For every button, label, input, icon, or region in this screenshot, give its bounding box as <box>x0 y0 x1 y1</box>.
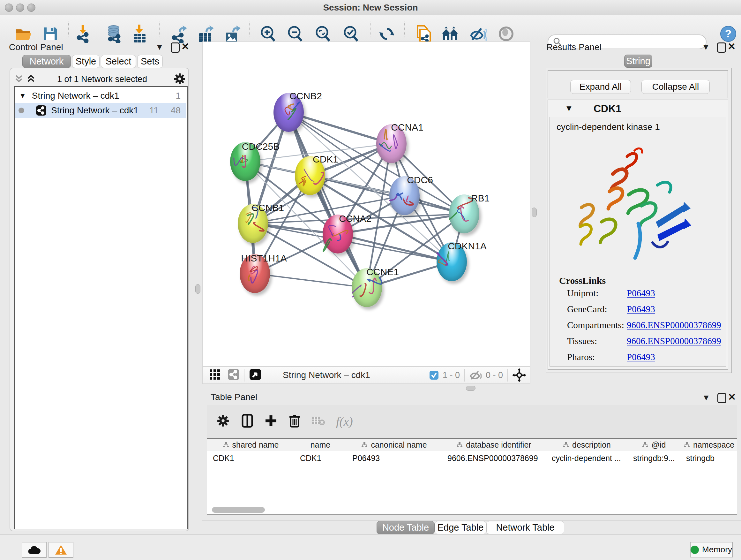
network-canvas[interactable]: CCNB2CCNA1CDC25BCDK1CDC6RB1CCNB1CCNA2CDK… <box>202 42 530 367</box>
collapse-all-button[interactable]: Collapse All <box>642 80 710 94</box>
column-header-canonical-name[interactable]: canonical name <box>347 439 442 451</box>
clone-network-button[interactable] <box>414 24 433 44</box>
hidden-eye-icon[interactable] <box>469 370 482 381</box>
node-table[interactable]: shared namenamecanonical namedatabase id… <box>207 438 737 515</box>
table-cell[interactable]: CDK1 <box>207 452 294 464</box>
table-horizontal-scrollbar[interactable] <box>212 507 265 513</box>
network-grid-view-button[interactable] <box>209 369 220 381</box>
tab-select[interactable]: Select <box>101 55 136 68</box>
control-panel-float-icon[interactable] <box>171 43 180 53</box>
crosshair-icon[interactable] <box>512 368 526 382</box>
section-collapse-caret-icon[interactable]: ▼ <box>565 104 573 113</box>
crosslink-row: Compartments:9606.ENSP00000378699 <box>567 320 724 330</box>
delete-column-button[interactable] <box>289 414 300 429</box>
zoom-out-button[interactable] <box>286 24 305 44</box>
network-collection-row[interactable]: ▼ String Network – cdk1 1 <box>15 88 186 103</box>
table-cell[interactable]: 9606.ENSP00000378699 <box>442 452 546 464</box>
open-session-button[interactable] <box>14 24 33 44</box>
results-panel-float-icon[interactable] <box>717 43 726 53</box>
memory-button[interactable]: Memory <box>690 542 733 557</box>
column-header-label: canonical name <box>371 440 427 449</box>
table-cell[interactable]: P06493 <box>347 452 442 464</box>
control-panel-close-icon[interactable]: ✕ <box>181 41 189 52</box>
column-header-description[interactable]: description <box>546 439 628 451</box>
function-builder-button[interactable]: f(x) <box>336 415 353 428</box>
apply-layout-button[interactable] <box>377 24 396 44</box>
export-image-button[interactable] <box>223 24 242 44</box>
network-edge[interactable] <box>255 273 367 288</box>
network-row-selected[interactable]: String Network – cdk1 11 48 <box>15 103 186 118</box>
column-header-database-identifier[interactable]: database identifier <box>442 439 546 451</box>
tab-node-table[interactable]: Node Table <box>377 521 434 534</box>
tab-sets[interactable]: Sets <box>137 55 163 68</box>
expand-all-button[interactable]: Expand All <box>570 80 631 94</box>
network-edge[interactable] <box>288 112 367 288</box>
title-bar: Session: New Session <box>0 0 741 15</box>
crosslink-label: Tissues: <box>567 336 627 347</box>
results-panel-close-icon[interactable]: ✕ <box>728 41 736 52</box>
crosslink-link[interactable]: 9606.ENSP00000378699 <box>627 336 721 347</box>
tab-string[interactable]: String <box>624 55 652 68</box>
right-splitter-handle[interactable] <box>532 207 537 217</box>
zoom-fit-icon <box>314 25 332 43</box>
tab-network[interactable]: Network <box>22 55 71 68</box>
birdseye-view-button[interactable] <box>249 368 262 382</box>
crosslink-link[interactable]: P06493 <box>627 304 655 314</box>
collection-expand-caret-icon[interactable]: ▼ <box>19 91 26 100</box>
zoom-in-icon <box>259 25 277 43</box>
import-network-button[interactable] <box>74 24 93 44</box>
warnings-button[interactable] <box>49 542 73 558</box>
show-columns-button[interactable] <box>242 414 253 429</box>
table-tabs-divider <box>202 520 741 521</box>
network-app-button[interactable] <box>227 368 240 382</box>
show-all-button[interactable] <box>496 24 516 44</box>
tab-network-table[interactable]: Network Table <box>486 521 564 534</box>
selected-checkbox-icon[interactable] <box>429 370 439 380</box>
table-cell[interactable]: cyclin-dependent ... <box>546 452 627 464</box>
export-network-button[interactable] <box>169 24 188 44</box>
zoom-in-button[interactable] <box>259 24 278 44</box>
column-header-label: shared name <box>232 440 279 449</box>
expand-all-networks-icon[interactable] <box>25 74 37 85</box>
crosslink-row: Pharos:P06493 <box>567 352 724 362</box>
tab-style[interactable]: Style <box>72 55 99 68</box>
column-header-shared-name[interactable]: shared name <box>207 439 294 451</box>
table-cell[interactable]: stringdb <box>680 452 737 464</box>
first-neighbors-button[interactable] <box>441 24 460 44</box>
cloud-status-button[interactable] <box>22 542 47 558</box>
column-header-name[interactable]: name <box>294 439 347 451</box>
crosslink-link[interactable]: P06493 <box>627 288 655 299</box>
export-table-button[interactable] <box>196 24 215 44</box>
node-label: CDK1 <box>313 154 338 165</box>
table-panel-close-icon[interactable]: ✕ <box>728 391 736 402</box>
zoom-fit-button[interactable] <box>313 24 333 44</box>
save-session-button[interactable] <box>41 24 60 44</box>
column-header-namespace[interactable]: namespace <box>680 439 737 451</box>
shared-column-icon <box>223 442 229 448</box>
results-panel-menu-caret-icon[interactable]: ▼ <box>702 42 710 52</box>
tab-edge-table[interactable]: Edge Table <box>434 521 486 534</box>
table-cell[interactable]: CDK1 <box>294 452 347 464</box>
create-column-button[interactable] <box>265 415 277 428</box>
collapse-all-networks-icon[interactable] <box>13 74 24 85</box>
import-table-button[interactable] <box>130 24 149 44</box>
delete-table-button[interactable] <box>311 415 325 428</box>
column-header--id[interactable]: @id <box>627 439 681 451</box>
zoom-selected-button[interactable] <box>341 24 360 44</box>
table-panel-menu-caret-icon[interactable]: ▼ <box>702 393 711 402</box>
bottom-splitter-handle[interactable] <box>466 386 475 391</box>
network-selection-status: 1 of 1 Network selected <box>48 74 156 84</box>
table-panel-float-icon[interactable] <box>718 393 726 403</box>
left-splitter-handle[interactable] <box>195 284 200 294</box>
netbar-separator <box>508 369 508 381</box>
table-cell[interactable]: stringdb:9... <box>627 452 680 464</box>
hide-selection-button[interactable] <box>468 24 488 44</box>
network-panel-gear-icon[interactable] <box>174 73 186 86</box>
crosslink-link[interactable]: 9606.ENSP00000378699 <box>627 320 721 330</box>
crosslink-link[interactable]: P06493 <box>627 352 655 362</box>
import-network-from-database-button[interactable] <box>105 24 124 44</box>
control-panel-menu-caret-icon[interactable]: ▼ <box>155 42 164 52</box>
help-button[interactable]: ? <box>719 24 738 44</box>
table-settings-button[interactable] <box>217 415 229 428</box>
export-table-icon <box>197 25 214 43</box>
